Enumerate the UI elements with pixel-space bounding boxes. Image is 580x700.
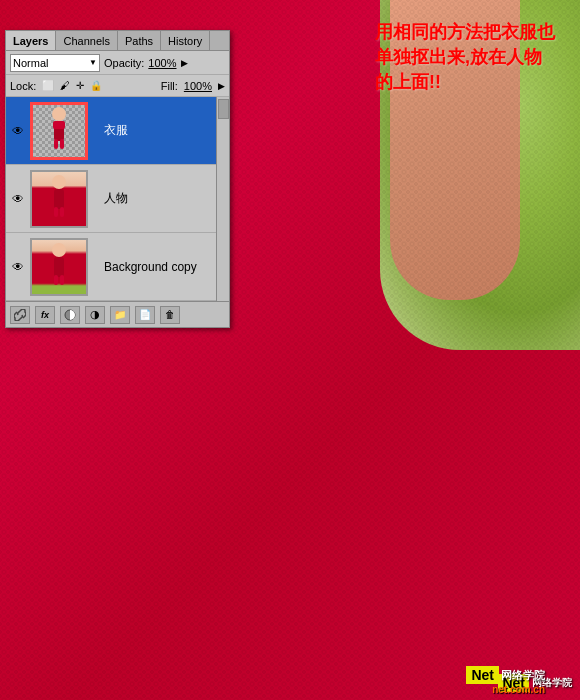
mask-svg [64, 309, 76, 321]
svg-rect-6 [54, 189, 64, 209]
link-layers-icon[interactable] [10, 306, 30, 324]
layers-scrollbar[interactable] [216, 97, 229, 301]
layer-name-2: 人物 [104, 190, 225, 207]
lock-label: Lock: [10, 80, 36, 92]
layer-name-3: Background copy [104, 260, 225, 274]
fill-value[interactable]: 100% [184, 80, 212, 92]
folder-icon[interactable]: 📁 [110, 306, 130, 324]
layer-name-1: 衣服 [104, 122, 225, 139]
lock-transparent-icon[interactable]: ⬜ [42, 80, 54, 91]
layer-item-person[interactable]: 👁 人物 [6, 165, 229, 233]
tab-history[interactable]: History [161, 31, 210, 50]
panel-tabs: Layers Channels Paths History [6, 31, 229, 51]
lock-move-icon[interactable]: ✛ [76, 80, 84, 91]
eye-icon-3[interactable]: 👁 [10, 259, 26, 275]
annotation-box: 用相同的方法把衣服也 单独抠出来,放在人物 的上面!! [370, 15, 570, 101]
lock-brush-icon[interactable]: 🖌 [60, 80, 70, 91]
svg-point-5 [52, 175, 66, 189]
fill-label: Fill: [161, 80, 178, 92]
svg-point-9 [52, 243, 66, 257]
layer-item-clothing[interactable]: 👁 衣服 [6, 97, 229, 165]
svg-rect-10 [54, 257, 64, 277]
layer-thumb-2 [30, 170, 88, 228]
swimsuit-svg-1 [43, 106, 75, 156]
svg-rect-11 [54, 275, 58, 285]
watermark-chinese: 网络学院 [501, 668, 545, 683]
layer-thumb-1 [30, 102, 88, 160]
net-badge: Net [466, 666, 499, 684]
blend-opacity-row: Normal ▼ Opacity: 100% ▶ [6, 51, 229, 75]
annotation-text: 用相同的方法把衣服也 单独抠出来,放在人物 的上面!! [375, 20, 565, 96]
svg-rect-12 [60, 275, 64, 285]
layer-thumb-3 [30, 238, 88, 296]
eye-icon-1[interactable]: 👁 [10, 123, 26, 139]
opacity-arrow[interactable]: ▶ [181, 58, 188, 68]
new-layer-icon[interactable]: 📄 [135, 306, 155, 324]
tab-layers[interactable]: Layers [6, 31, 56, 50]
mask-icon[interactable] [60, 306, 80, 324]
layers-list: 👁 衣服 👁 [6, 97, 229, 301]
link-svg [14, 309, 26, 321]
person-svg [43, 174, 75, 224]
layers-panel: Layers Channels Paths History Normal ▼ O… [5, 30, 230, 328]
tab-paths[interactable]: Paths [118, 31, 161, 50]
panel-toolbar: fx ◑ 📁 📄 🗑 [6, 301, 229, 327]
lock-fill-row: Lock: ⬜ 🖌 ✛ 🔒 Fill: 100% ▶ [6, 75, 229, 97]
fill-arrow[interactable]: ▶ [218, 81, 225, 91]
effects-icon[interactable]: fx [35, 306, 55, 324]
svg-rect-7 [54, 207, 58, 217]
blend-mode-select[interactable]: Normal ▼ [10, 54, 100, 72]
bgcopy-svg [43, 242, 75, 292]
scrollbar-thumb[interactable] [218, 99, 229, 119]
layer-item-background-copy[interactable]: 👁 Background copy [6, 233, 229, 301]
svg-rect-3 [54, 139, 58, 149]
watermark-url: net.com.cn [466, 684, 545, 695]
opacity-value[interactable]: 100% [148, 57, 176, 69]
delete-layer-icon[interactable]: 🗑 [160, 306, 180, 324]
opacity-label: Opacity: [104, 57, 144, 69]
adjustment-icon[interactable]: ◑ [85, 306, 105, 324]
tab-channels[interactable]: Channels [56, 31, 117, 50]
svg-rect-2 [53, 121, 65, 129]
svg-point-0 [52, 107, 66, 121]
lock-all-icon[interactable]: 🔒 [90, 80, 102, 91]
svg-rect-8 [60, 207, 64, 217]
svg-rect-4 [60, 139, 64, 149]
blend-mode-arrow: ▼ [89, 58, 97, 67]
eye-icon-2[interactable]: 👁 [10, 191, 26, 207]
